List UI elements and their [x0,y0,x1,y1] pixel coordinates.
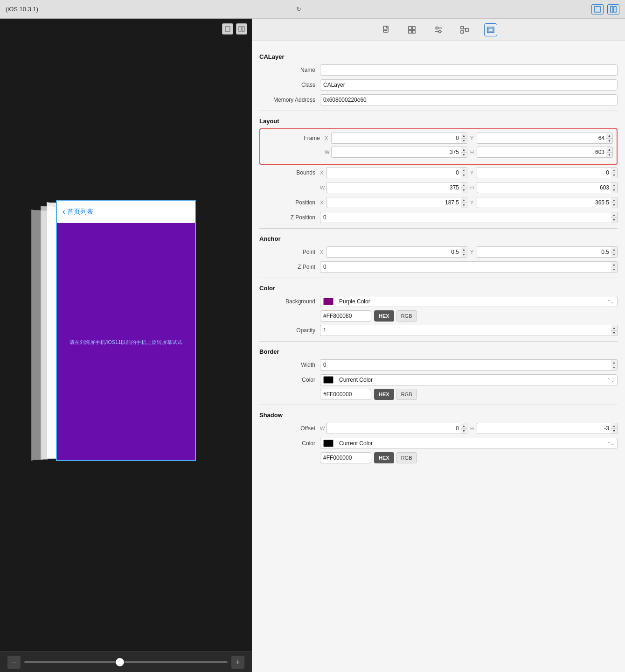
pos-y-stepper[interactable]: ▲▼ [611,197,618,208]
frame-row: Frame X ▲▼ Y [264,132,613,144]
divider-3 [259,278,618,278]
opacity-input-group: ▲▼ [320,325,618,336]
bg-hex-button[interactable]: HEX [374,310,394,322]
border-color-dropdown[interactable]: Current Color ⌃⌄ [320,374,618,385]
border-width-stepper[interactable]: ▲▼ [611,359,618,371]
zpos-row: Z Position ▲▼ [259,211,618,224]
minus-button[interactable]: − [7,656,21,669]
multi-page-icon[interactable] [236,23,247,35]
zpos-input-group: ▲▼ [320,212,618,223]
bounds-x-stepper[interactable]: ▲▼ [461,167,467,178]
frame-h-input[interactable] [477,147,606,158]
page-main: ‹ 首页列表 请在刘海屏手机/iOS11以前的手机上旋转屏幕试试 [56,200,196,461]
svg-rect-18 [461,31,464,33]
border-width-row: Width ▲▼ [259,359,618,371]
border-hex-button[interactable]: HEX [374,389,394,400]
shadow-color-dropdown[interactable]: Current Color ⌃⌄ [320,438,618,449]
zpos-input[interactable] [320,212,611,223]
pos-y-input[interactable] [477,197,611,208]
anchor-x-stepper[interactable]: ▲▼ [461,246,467,258]
bg-color-dropdown[interactable]: Purple Color ⌃⌄ [320,296,618,307]
shadow-hex-input[interactable] [320,452,371,463]
anchor-y-input[interactable] [477,246,611,258]
single-page-icon[interactable] [222,23,233,35]
frame-x-stepper[interactable]: ▲▼ [461,133,467,144]
sliders-inspector-icon[interactable] [432,23,445,36]
memory-row: Memory Address 0x608000220e60 [259,94,618,106]
name-row: Name [259,64,618,76]
bg-rgb-button[interactable]: RGB [396,310,417,322]
shadow-offset-row: Offset W ▲▼ H ▲▼ [259,422,618,434]
single-view-icon[interactable] [591,4,604,14]
bounds-w-input[interactable] [326,182,461,193]
border-width-input[interactable] [320,359,611,371]
shadow-color-label: Color [259,440,320,447]
shadow-h-stepper[interactable]: ▲▼ [611,423,618,434]
svg-rect-1 [611,7,613,12]
bounds-x-input[interactable] [326,167,461,178]
shadow-rgb-button[interactable]: RGB [396,452,417,463]
bounds-y-input[interactable] [477,167,611,178]
shadow-color-row: Color Current Color ⌃⌄ [259,437,618,449]
file-inspector-icon[interactable] [380,23,393,36]
shadow-color-swatch [323,440,333,447]
reload-button[interactable]: ↻ [294,5,303,14]
bounds-xy: X ▲▼ Y ▲▼ [320,167,618,178]
svg-rect-0 [595,7,600,12]
double-view-icon[interactable] [607,4,619,14]
plus-button[interactable]: + [231,656,244,669]
shadow-h-input[interactable] [477,423,611,434]
stepper-down[interactable]: ▼ [461,139,467,144]
frame-h-stepper[interactable]: ▲▼ [606,147,613,158]
grid-inspector-icon[interactable] [406,23,419,36]
bounds-h-stepper[interactable]: ▲▼ [611,182,618,193]
shadow-w-input[interactable] [326,423,461,434]
frame-h-input-group: ▲▼ [477,147,613,158]
opacity-input[interactable] [320,325,611,336]
bg-hex-input[interactable] [320,310,371,322]
shadow-hex-row: HEX RGB [259,452,618,463]
name-label: Name [259,67,320,73]
frame-y-input[interactable] [477,133,606,144]
bounds-w-stepper[interactable]: ▲▼ [461,182,467,193]
frame-highlight: Frame X ▲▼ Y [259,128,618,165]
name-input[interactable] [320,64,618,76]
anchor-zpoint-label: Z Point [259,264,320,270]
class-row: Class CALayer [259,79,618,91]
frame-w-input[interactable] [331,147,461,158]
zoom-slider[interactable] [24,661,228,663]
border-rgb-button[interactable]: RGB [396,389,417,400]
bounds-y-stepper[interactable]: ▲▼ [611,167,618,178]
pos-x-input[interactable] [326,197,461,208]
opacity-stepper[interactable]: ▲▼ [611,325,618,336]
anchor-x-input[interactable] [326,246,461,258]
stepper-up[interactable]: ▲ [461,133,467,138]
pos-x-stepper[interactable]: ▲▼ [461,197,467,208]
bounds-wh-row: W ▲▼ H ▲▼ [259,182,618,194]
border-hex-input[interactable] [320,389,371,400]
anchor-y-stepper[interactable]: ▲▼ [611,246,618,258]
bounds-label: Bounds [259,169,320,176]
shadow-w-stepper[interactable]: ▲▼ [461,423,467,434]
frame-h-label: H [470,149,476,155]
frame-wh-row: W ▲▼ H ▲▼ [264,146,613,158]
shadow-hex-button[interactable]: HEX [374,452,394,463]
anchor-zpoint-group: ▲▼ [320,261,618,273]
anchor-zpoint-stepper[interactable]: ▲▼ [611,261,618,273]
frame-x-item: X ▲▼ [325,133,467,144]
position-row: Position X ▲▼ Y ▲▼ [259,196,618,209]
bounds-h-input[interactable] [477,182,611,193]
zpos-stepper[interactable]: ▲▼ [611,212,618,223]
divider-2 [259,228,618,229]
frame-w-stepper[interactable]: ▲▼ [461,147,467,158]
bounds-h-group: ▲▼ [477,182,618,193]
anchor-zpoint-input[interactable] [320,261,611,273]
frame-y-stepper[interactable]: ▲▼ [606,133,613,144]
layers-inspector-icon[interactable] [484,23,497,36]
frame-x-input-group: ▲▼ [331,133,467,144]
right-panel: CALayer Name Class CALayer Memory Addres… [252,19,625,672]
frame-x-input[interactable] [331,133,461,144]
anchor-inspector-icon[interactable] [458,23,471,36]
pos-y-group: ▲▼ [477,197,618,208]
chevron-icon: ‹ [62,207,65,217]
